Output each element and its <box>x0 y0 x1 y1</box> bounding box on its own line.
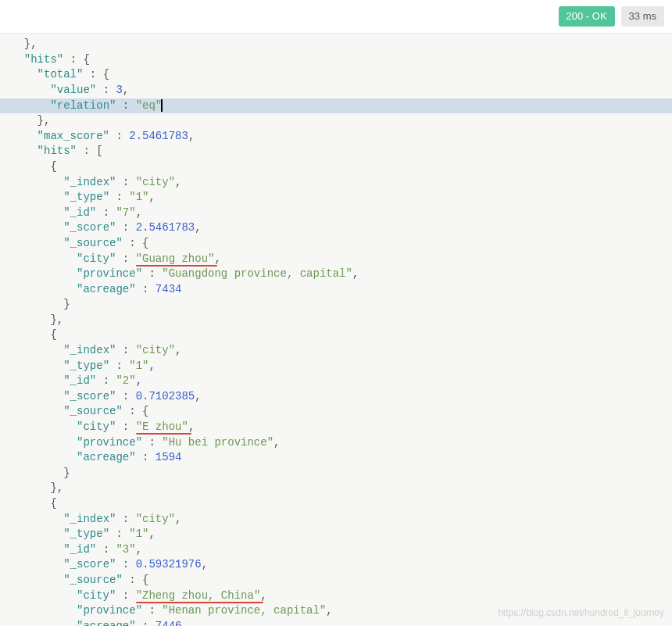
code-line: "_score" : 2.5461783, <box>0 220 672 236</box>
status-bar: 200 - OK 33 ms <box>0 0 672 34</box>
code-line-active: "relation" : "eq" <box>0 98 672 114</box>
code-line: }, <box>0 481 672 496</box>
code-line: }, <box>0 313 672 328</box>
code-line: "hits" : [ <box>0 144 672 159</box>
code-line: }, <box>0 113 672 129</box>
json-response-body[interactable]: }, "hits" : { "total" : { "value" : 3, "… <box>0 34 672 626</box>
code-line: "_type" : "1", <box>0 190 672 206</box>
code-line: "_index" : "city", <box>0 343 672 359</box>
code-line: { <box>0 496 672 512</box>
code-line: } <box>0 466 672 481</box>
code-line: "_index" : "city", <box>0 512 672 528</box>
highlighted-city-1: "Guang zhou" <box>136 252 215 265</box>
status-time-badge: 33 ms <box>621 6 664 27</box>
code-line: "value" : 3, <box>0 83 672 98</box>
code-line: "_source" : { <box>0 573 672 588</box>
code-line: "_index" : "city", <box>0 175 672 191</box>
code-line: "acreage" : 7446 <box>0 619 672 626</box>
code-line: }, <box>0 37 672 52</box>
code-line: "_source" : { <box>0 236 672 252</box>
code-line: "_id" : "3", <box>0 542 672 558</box>
watermark: https://blog.csdn.net/hundred_li_journey <box>498 606 664 620</box>
code-line: { <box>0 327 672 343</box>
code-line: "acreage" : 7434 <box>0 282 672 298</box>
code-line: "_type" : "1", <box>0 359 672 374</box>
code-line: "_id" : "2", <box>0 374 672 389</box>
code-line: "total" : { <box>0 67 672 83</box>
code-line: "province" : "Hu bei province", <box>0 435 672 451</box>
code-line: "_score" : 0.59321976, <box>0 557 672 573</box>
status-ok-badge: 200 - OK <box>559 6 615 27</box>
code-line: "hits" : { <box>0 52 672 68</box>
code-line: } <box>0 297 672 313</box>
code-line: { <box>0 159 672 175</box>
code-line: "city" : "Guang zhou", <box>0 252 672 267</box>
code-line: "province" : "Guangdong province, capita… <box>0 266 672 282</box>
code-line: "_type" : "1", <box>0 527 672 542</box>
code-line: "_score" : 0.7102385, <box>0 389 672 405</box>
code-line: "_id" : "7", <box>0 206 672 221</box>
highlighted-city-2: "E zhou" <box>136 420 188 433</box>
code-line: "city" : "Zheng zhou, China", <box>0 588 672 604</box>
code-line: "_source" : { <box>0 404 672 420</box>
code-line: "acreage" : 1594 <box>0 450 672 466</box>
text-cursor <box>161 99 163 112</box>
code-line: "max_score" : 2.5461783, <box>0 129 672 145</box>
code-line: "city" : "E zhou", <box>0 420 672 435</box>
highlighted-city-3: "Zheng zhou, China" <box>136 589 261 602</box>
